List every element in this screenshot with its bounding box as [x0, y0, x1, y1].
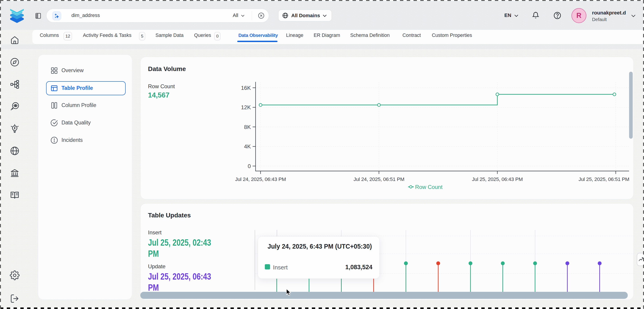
- svg-text:Jul 24, 2025, 06:51 PM: Jul 24, 2025, 06:51 PM: [354, 176, 404, 182]
- svg-text:Jul 25, 2025, 06:43 PM: Jul 25, 2025, 06:43 PM: [472, 176, 523, 182]
- svg-text:16K: 16K: [241, 85, 251, 91]
- svg-text:Jul 25, 2025, 06:51 PM: Jul 25, 2025, 06:51 PM: [578, 176, 629, 182]
- svg-text:Row Count: Row Count: [415, 184, 442, 190]
- svg-text:12K: 12K: [241, 104, 251, 110]
- svg-text:4K: 4K: [244, 143, 251, 150]
- svg-text:0: 0: [248, 163, 251, 169]
- svg-text:Jul 24, 2025, 06:43 PM: Jul 24, 2025, 06:43 PM: [235, 176, 286, 182]
- svg-text:8K: 8K: [244, 124, 251, 130]
